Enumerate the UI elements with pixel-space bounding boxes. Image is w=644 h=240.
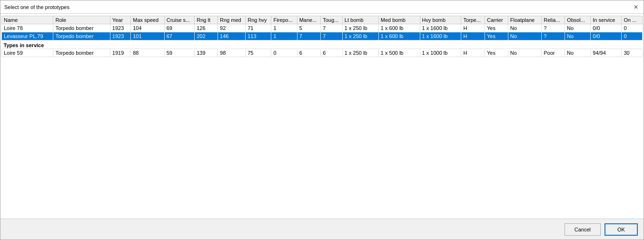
col-hvy-bomb[interactable]: Hvy bomb <box>420 16 461 24</box>
cell-hvy-bomb: 1 x 1000 lb <box>420 49 461 57</box>
col-name[interactable]: Name <box>2 16 53 24</box>
col-mane[interactable]: Mane... <box>297 16 321 24</box>
cell-on: 0 <box>622 32 643 40</box>
cell-rng-hvy: 113 <box>246 32 271 40</box>
cell-med-bomb: 1 x 500 lb <box>378 49 420 57</box>
cell-in-service: 0/0 <box>591 24 622 32</box>
col-rng-med[interactable]: Rng med <box>218 16 246 24</box>
cell-rng-med: 92 <box>218 24 246 32</box>
dialog: Select one of the prototypes ✕ Name Role… <box>0 0 644 240</box>
col-year[interactable]: Year <box>110 16 130 24</box>
cell-floatplane: No <box>508 24 542 32</box>
col-rng-lt[interactable]: Rng lt <box>195 16 218 24</box>
cell-rng-hvy: 75 <box>246 49 271 57</box>
cell-toug: 6 <box>321 49 343 57</box>
section-header-row: Types in service <box>2 40 643 49</box>
dialog-content: Name Role Year Max speed Cruise s... Rng… <box>0 14 644 219</box>
cell-in-service: 0/0 <box>591 32 622 40</box>
cell-in-service: 94/94 <box>591 49 622 57</box>
cell-toug: 7 <box>321 24 343 32</box>
cell-role: Torpedo bomber <box>53 32 110 40</box>
cell-carrier: Yes <box>485 32 508 40</box>
col-med-bomb[interactable]: Med bomb <box>378 16 420 24</box>
cell-carrier: Yes <box>485 24 508 32</box>
col-in-service[interactable]: In service <box>591 16 622 24</box>
table-row[interactable]: Levasseur PL.79 Torpedo bomber 1923 101 … <box>2 32 643 40</box>
col-toug[interactable]: Toug... <box>321 16 343 24</box>
cell-med-bomb: 1 x 600 lb <box>378 32 420 40</box>
cell-obsol: No <box>565 49 591 57</box>
cell-cruise-s: 67 <box>164 32 194 40</box>
cell-name: Loire 59 <box>2 49 53 57</box>
cell-role: Torpedo bomber <box>53 24 110 32</box>
col-rng-hvy[interactable]: Rng hvy <box>246 16 271 24</box>
cell-rng-lt: 202 <box>195 32 218 40</box>
cell-max-speed: 104 <box>131 24 165 32</box>
cell-torpe: H <box>461 32 485 40</box>
cell-on: 0 <box>622 24 643 32</box>
cell-relia: Poor <box>542 49 565 57</box>
cell-torpe: H <box>461 24 485 32</box>
dialog-title: Select one of the prototypes <box>4 4 69 10</box>
cell-year: 1923 <box>110 24 130 32</box>
cell-lt-bomb: 1 x 250 lb <box>342 24 378 32</box>
cell-name: Levasseur PL.79 <box>2 32 53 40</box>
cell-on: 30 <box>622 49 643 57</box>
col-max-speed[interactable]: Max speed <box>131 16 165 24</box>
cell-firepo: 1 <box>271 32 297 40</box>
col-cruise-s[interactable]: Cruise s... <box>164 16 194 24</box>
col-on[interactable]: On ... <box>622 16 643 24</box>
table-row[interactable]: Loire 59 Torpedo bomber 1919 88 59 139 9… <box>2 49 643 57</box>
cell-mane: 6 <box>297 49 321 57</box>
cell-hvy-bomb: 1 x 1600 lb <box>420 24 461 32</box>
cell-rng-med: 98 <box>218 49 246 57</box>
cell-year: 1919 <box>110 49 130 57</box>
close-button[interactable]: ✕ <box>632 3 640 11</box>
col-torpe[interactable]: Torpe... <box>461 16 485 24</box>
cancel-button[interactable]: Cancel <box>565 223 601 236</box>
section-header-label: Types in service <box>2 40 643 49</box>
cell-torpe: H <box>461 49 485 57</box>
prototypes-table: Name Role Year Max speed Cruise s... Rng… <box>1 16 643 57</box>
table-container[interactable]: Name Role Year Max speed Cruise s... Rng… <box>0 14 644 219</box>
cell-role: Torpedo bomber <box>53 49 110 57</box>
cell-rng-med: 146 <box>218 32 246 40</box>
cell-carrier: Yes <box>485 49 508 57</box>
cell-year: 1923 <box>110 32 130 40</box>
cell-toug: 7 <box>321 32 343 40</box>
cell-med-bomb: 1 x 600 lb <box>378 24 420 32</box>
cell-obsol: No <box>565 32 591 40</box>
cell-mane: 7 <box>297 32 321 40</box>
col-relia[interactable]: Relia... <box>542 16 565 24</box>
col-floatplane[interactable]: Floatplane <box>508 16 542 24</box>
cell-max-speed: 88 <box>131 49 165 57</box>
dialog-footer: Cancel OK <box>0 219 644 240</box>
cell-rng-lt: 139 <box>195 49 218 57</box>
table-header-row: Name Role Year Max speed Cruise s... Rng… <box>2 16 643 24</box>
cell-lt-bomb: 1 x 250 lb <box>342 32 378 40</box>
cell-cruise-s: 59 <box>164 49 194 57</box>
cell-floatplane: No <box>508 32 542 40</box>
table-row[interactable]: Loire 78 Torpedo bomber 1923 104 69 126 … <box>2 24 643 32</box>
cell-relia: ? <box>542 32 565 40</box>
col-obsol[interactable]: Obsol... <box>565 16 591 24</box>
col-firepo[interactable]: Firepo... <box>271 16 297 24</box>
col-lt-bomb[interactable]: Lt bomb <box>342 16 378 24</box>
cell-obsol: No <box>565 24 591 32</box>
cell-rng-lt: 126 <box>195 24 218 32</box>
cell-name: Loire 78 <box>2 24 53 32</box>
cell-floatplane: No <box>508 49 542 57</box>
cell-lt-bomb: 1 x 250 lb <box>342 49 378 57</box>
title-bar: Select one of the prototypes ✕ <box>0 0 644 14</box>
col-role[interactable]: Role <box>53 16 110 24</box>
col-carrier[interactable]: Carrier <box>485 16 508 24</box>
cell-relia: ? <box>542 24 565 32</box>
cell-rng-hvy: 71 <box>246 24 271 32</box>
cell-max-speed: 101 <box>131 32 165 40</box>
ok-button[interactable]: OK <box>604 223 638 236</box>
cell-firepo: 1 <box>271 24 297 32</box>
cell-hvy-bomb: 1 x 1600 lb <box>420 32 461 40</box>
cell-mane: 5 <box>297 24 321 32</box>
cell-cruise-s: 69 <box>164 24 194 32</box>
cell-firepo: 0 <box>271 49 297 57</box>
